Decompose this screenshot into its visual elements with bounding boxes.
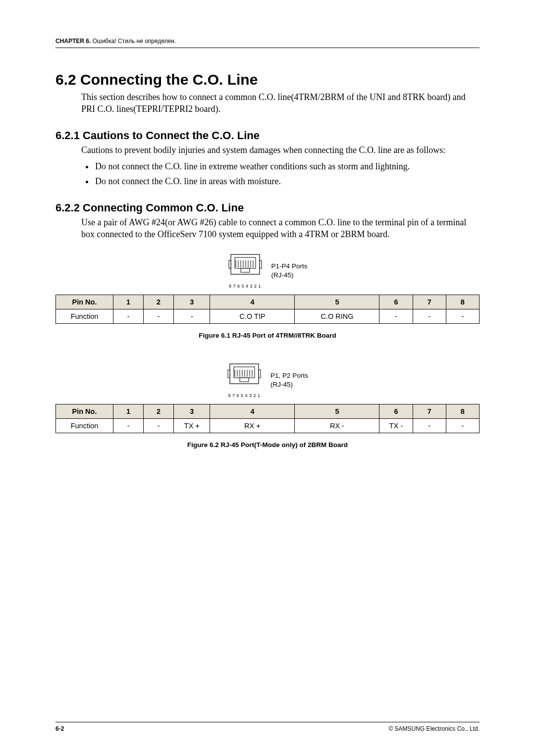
svg-rect-12 [260,260,262,268]
table-row: Function - - TX + RX + RX - TX - - - [56,418,480,433]
page-number: 6-2 [55,725,64,732]
pin-digits-2: 8 7 6 5 4 3 2 1 [227,393,262,398]
svg-rect-1 [235,257,256,268]
running-header: CHAPTER 6. Ошибка! Стиль не определен. [55,38,176,45]
svg-rect-24 [228,370,230,378]
caution-item-2: Do not connect the C.O. line in areas wi… [94,175,480,188]
subsection-title-connecting: 6.2.2 Connecting Common C.O. Line [55,202,480,214]
cell: - [446,309,479,323]
pin-table-2: Pin No. 1 2 3 4 5 6 7 8 Function - - TX … [55,404,480,433]
col-3: 3 [174,404,210,418]
col-7: 7 [413,404,446,418]
svg-rect-11 [229,260,231,268]
chapter-note: Ошибка! Стиль не определен. [91,38,176,45]
cell: C.O TIP [210,309,295,323]
pin-digits-1: 8 7 6 5 4 3 2 1 [228,284,263,289]
pin-no-header: Pin No. [56,404,113,418]
cell: - [446,418,479,433]
col-6: 6 [379,295,413,309]
table-row: Function - - - C.O TIP C.O RING - - - [56,309,480,323]
table-row: Pin No. 1 2 3 4 5 6 7 8 [56,295,480,309]
figure-2-wrap: 8 7 6 5 4 3 2 1 P1, P2 Ports (RJ-45) [55,363,480,398]
cell: - [174,309,210,323]
copyright: © SAMSUNG Electronics Co., Ltd. [388,725,480,732]
col-8: 8 [446,404,479,418]
subsection-title-cautions: 6.2.1 Cautions to Connect the C.O. Line [55,129,480,142]
cell: - [113,309,144,323]
col-4: 4 [210,295,295,309]
cell: - [113,418,144,433]
row-function: Function [56,309,113,323]
cell: TX + [174,418,210,433]
col-6: 6 [379,404,413,418]
fig1-label-l2: (RJ-45) [271,271,294,279]
rj45-jack-icon: 8 7 6 5 4 3 2 1 [228,253,263,289]
fig1-label-l1: P1-P4 Ports [271,262,308,270]
cell: - [379,309,413,323]
col-5: 5 [295,404,379,418]
pin-no-header: Pin No. [56,295,113,309]
col-5: 5 [295,295,379,309]
pin-table-1: Pin No. 1 2 3 4 5 6 7 8 Function - - - C… [55,295,480,324]
section-intro: This section describes how to connect a … [81,91,480,115]
col-1: 1 [113,404,144,418]
cautions-intro: Cautions to prevent bodily injuries and … [81,144,480,156]
svg-rect-25 [259,370,261,378]
col-8: 8 [446,295,479,309]
fig2-label-l1: P1, P2 Ports [270,372,308,379]
content-area: 6.2 Connecting the C.O. Line This sectio… [55,64,480,449]
col-2: 2 [144,404,174,418]
cell: - [144,418,174,433]
connecting-intro: Use a pair of AWG #24(or AWG #26) cable … [81,216,480,241]
caution-item-1: Do not connect the C.O. line in extreme … [94,160,480,173]
section-title: 6.2 Connecting the C.O. Line [55,71,480,88]
figure-2-caption: Figure 6.2 RJ-45 Port(T-Mode only) of 2B… [55,441,480,449]
col-3: 3 [174,295,210,309]
chapter-label: CHAPTER 6. [55,38,91,45]
rj45-jack-icon: 8 7 6 5 4 3 2 1 [227,363,262,398]
footer-rule [55,722,480,722]
cell: - [413,418,446,433]
header-rule [55,48,480,48]
svg-rect-15 [240,378,249,382]
svg-rect-2 [241,268,250,272]
fig2-label-l2: (RJ-45) [270,381,293,388]
row-function: Function [56,418,113,433]
col-2: 2 [144,295,174,309]
figure-2-port-label: P1, P2 Ports (RJ-45) [270,371,308,389]
cautions-list: Do not connect the C.O. line in extreme … [94,160,480,188]
cell: - [413,309,446,323]
col-4: 4 [210,404,295,418]
cell: RX - [295,418,379,433]
col-7: 7 [413,295,446,309]
figure-1-wrap: 8 7 6 5 4 3 2 1 P1-P4 Ports (RJ-45) [55,253,480,289]
cell: RX + [210,418,295,433]
table-row: Pin No. 1 2 3 4 5 6 7 8 [56,404,480,418]
svg-rect-14 [234,367,255,378]
figure-1-caption: Figure 6.1 RJ-45 Port of 4TRM//8TRK Boar… [55,332,480,339]
cell: TX - [379,418,413,433]
col-1: 1 [113,295,144,309]
cell: C.O RING [295,309,379,323]
cell: - [144,309,174,323]
figure-1-port-label: P1-P4 Ports (RJ-45) [271,262,308,280]
